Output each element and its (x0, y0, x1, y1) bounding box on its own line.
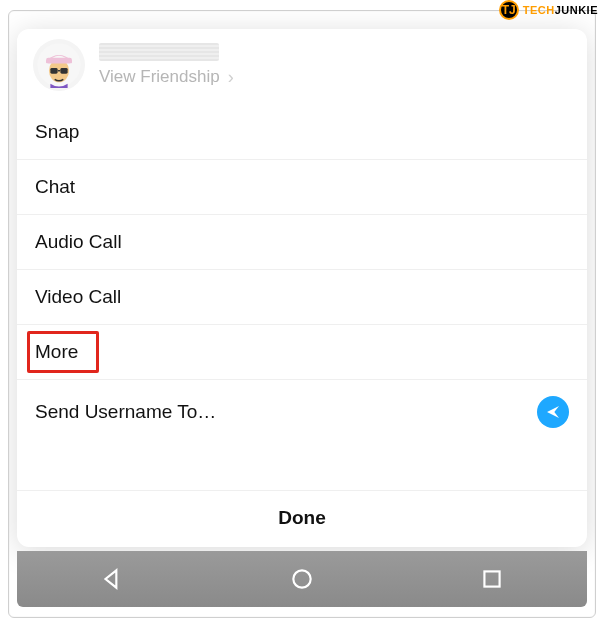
action-label: Chat (35, 176, 75, 198)
send-icon (537, 396, 569, 428)
svg-rect-4 (60, 68, 67, 74)
action-more[interactable]: More (17, 324, 587, 379)
action-send-username[interactable]: Send Username To… (17, 379, 587, 444)
watermark-logo: TJ (499, 0, 519, 20)
action-label: Video Call (35, 286, 121, 308)
action-label: Snap (35, 121, 79, 143)
svg-rect-2 (46, 58, 72, 64)
svg-rect-3 (50, 68, 57, 74)
nav-home-button[interactable] (289, 566, 315, 592)
view-friendship-label: View Friendship (99, 67, 220, 87)
svg-point-6 (293, 570, 310, 587)
chevron-right-icon: › (228, 67, 234, 88)
action-chat[interactable]: Chat (17, 159, 587, 214)
svg-rect-5 (58, 70, 61, 71)
square-recents-icon (479, 566, 505, 592)
action-snap[interactable]: Snap (17, 105, 587, 159)
android-navbar (17, 551, 587, 607)
friend-avatar[interactable] (33, 39, 85, 91)
done-label: Done (278, 507, 326, 528)
watermark-text: TECHJUNKIE (523, 4, 598, 16)
triangle-back-icon (99, 566, 125, 592)
sheet-header: View Friendship › (17, 29, 587, 105)
action-label: Send Username To… (35, 401, 216, 423)
action-sheet: View Friendship › Snap Chat Audio Call V… (17, 29, 587, 547)
action-label: Audio Call (35, 231, 122, 253)
svg-rect-7 (484, 571, 499, 586)
nav-recents-button[interactable] (479, 566, 505, 592)
action-list: Snap Chat Audio Call Video Call More Sen… (17, 105, 587, 490)
action-video-call[interactable]: Video Call (17, 269, 587, 324)
app-frame: View Friendship › Snap Chat Audio Call V… (8, 10, 596, 618)
watermark: TJ TECHJUNKIE (499, 0, 598, 20)
done-button[interactable]: Done (17, 490, 587, 547)
highlight-box (27, 331, 99, 373)
bitmoji-icon (36, 42, 82, 88)
view-friendship-link[interactable]: View Friendship › (99, 67, 234, 88)
action-audio-call[interactable]: Audio Call (17, 214, 587, 269)
nav-back-button[interactable] (99, 566, 125, 592)
circle-home-icon (289, 566, 315, 592)
friend-name-redacted (99, 43, 219, 61)
